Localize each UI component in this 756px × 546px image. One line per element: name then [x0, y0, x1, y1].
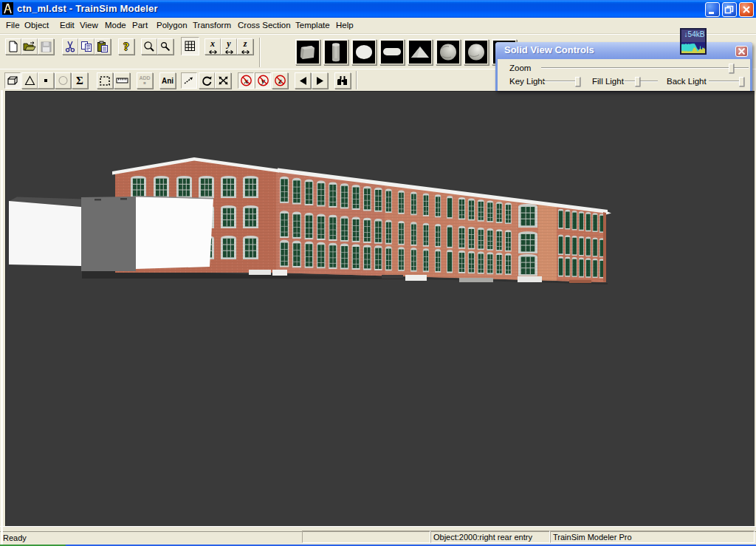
svg-text:↓54kB: ↓54kB [684, 30, 705, 38]
